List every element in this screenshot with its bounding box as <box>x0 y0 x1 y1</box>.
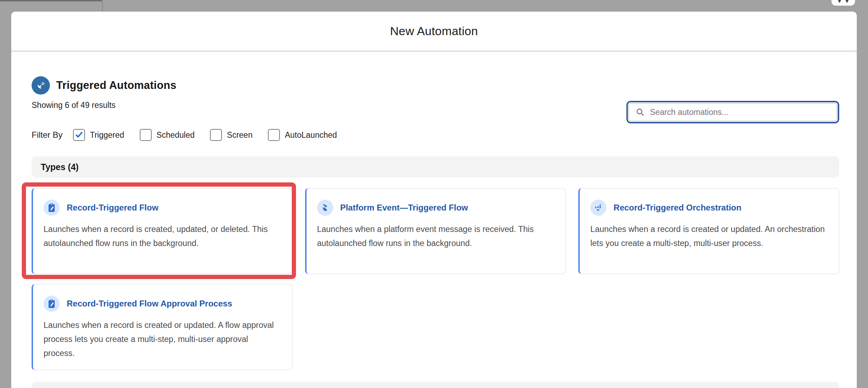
types-section-title: Types (4) <box>41 162 79 172</box>
card-title: Record-Triggered Flow Approval Process <box>67 299 232 309</box>
modal-header: New Automation <box>11 12 857 52</box>
card-description: Launches when a record is created or upd… <box>44 318 282 360</box>
search-icon <box>635 107 645 117</box>
background-window-divider <box>102 0 103 12</box>
filter-by-label: Filter By <box>32 130 63 140</box>
card-title: Record-Triggered Orchestration <box>613 203 741 213</box>
screen: ▾ ▾ New Automation <box>0 0 868 388</box>
next-section-bar-partial <box>32 382 839 388</box>
new-automation-modal: New Automation <box>11 12 857 388</box>
filter-checkbox-scheduled[interactable]: Scheduled <box>140 129 195 141</box>
automation-cards-grid: Record-Triggered FlowLaunches when a rec… <box>32 188 839 370</box>
card-record-triggered-orchestration[interactable]: Record-Triggered OrchestrationLaunches w… <box>578 188 839 274</box>
filter-checkbox-triggered[interactable]: Triggered <box>73 129 124 141</box>
card-description: Launches when a platform event message i… <box>317 222 555 250</box>
filter-label: Screen <box>227 130 252 140</box>
search-box <box>626 101 839 123</box>
section-title: Triggered Automations <box>56 79 176 92</box>
broadcast-icon <box>317 200 333 216</box>
modal-body: Triggered Automations Showing 6 of 49 re… <box>11 76 857 388</box>
orchestration-icon <box>590 200 606 216</box>
filter-label: Scheduled <box>157 130 195 140</box>
filter-checkbox-screen[interactable]: Screen <box>210 129 252 141</box>
background-window-top-edge <box>0 0 103 1</box>
chevron-down-icon: ▾ <box>846 0 849 6</box>
card-title: Platform Event—Triggered Flow <box>340 203 468 213</box>
filter-checkbox-autolaunched[interactable]: AutoLaunched <box>268 129 337 141</box>
search-input[interactable] <box>650 108 830 117</box>
filter-label: Triggered <box>90 130 124 140</box>
card-description: Launches when a record is created or upd… <box>590 222 828 250</box>
clipboard-pencil-icon <box>44 200 60 216</box>
card-title: Record-Triggered Flow <box>67 203 158 213</box>
types-section-header: Types (4) <box>32 156 839 177</box>
filter-row: Filter By TriggeredScheduledScreenAutoLa… <box>32 129 839 141</box>
results-summary: Showing 6 of 49 results <box>32 100 176 110</box>
clipboard-pencil-icon <box>44 296 60 312</box>
card-description: Launches when a record is created, updat… <box>44 222 282 250</box>
card-record-triggered-flow-approval-process[interactable]: Record-Triggered Flow Approval ProcessLa… <box>32 284 292 370</box>
checkbox-checked-icon[interactable] <box>73 129 85 141</box>
card-platform-event-triggered-flow[interactable]: Platform Event—Triggered FlowLaunches wh… <box>305 188 566 274</box>
chevron-down-icon: ▾ <box>838 0 841 6</box>
section-heading-block: Triggered Automations Showing 6 of 49 re… <box>32 76 176 110</box>
checkbox-unchecked[interactable] <box>268 129 280 141</box>
checkbox-unchecked[interactable] <box>210 129 222 141</box>
filter-label: AutoLaunched <box>285 130 337 140</box>
modal-title: New Automation <box>390 24 478 38</box>
checkbox-unchecked[interactable] <box>140 129 152 141</box>
card-record-triggered-flow[interactable]: Record-Triggered FlowLaunches when a rec… <box>32 188 292 274</box>
window-collapse-control[interactable]: ▾ ▾ <box>831 0 855 6</box>
radar-dish-icon <box>32 76 50 95</box>
